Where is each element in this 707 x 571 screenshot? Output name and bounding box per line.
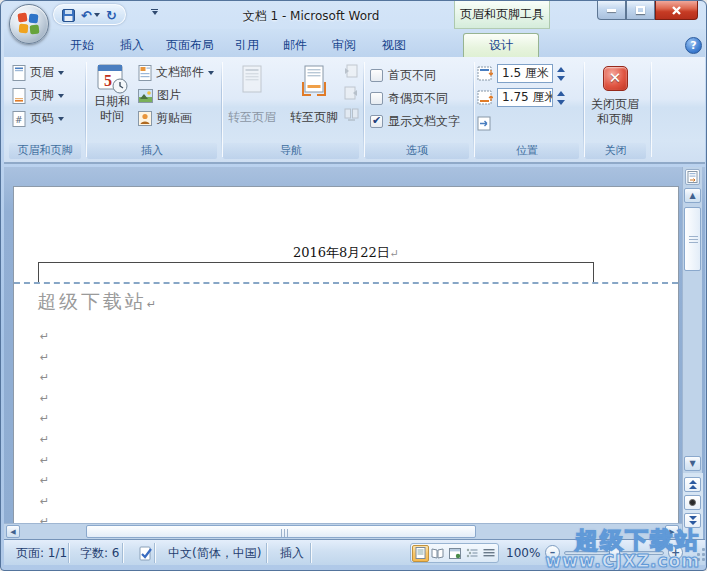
- save-icon[interactable]: [62, 9, 75, 22]
- group-header-footer: 页眉 页脚 # 页码 页眉和页脚: [6, 58, 84, 161]
- zoom-slider-handle[interactable]: [609, 545, 620, 562]
- minimize-button[interactable]: [597, 1, 626, 20]
- checkbox-icon[interactable]: [370, 115, 383, 128]
- clip-art-button[interactable]: 剪贴画: [136, 109, 194, 128]
- header-boundary-line: [38, 262, 594, 263]
- header-date-text[interactable]: 2016年8月22日↵: [14, 244, 678, 262]
- ruler-toggle-button[interactable]: [685, 169, 700, 185]
- spin-up-icon[interactable]: [557, 67, 565, 72]
- tab-mailings[interactable]: 邮件: [271, 33, 319, 57]
- tab-home[interactable]: 开始: [57, 33, 107, 57]
- alignment-tab-icon: [477, 116, 492, 131]
- scroll-down-button[interactable]: ▼: [684, 456, 701, 471]
- document-body-title[interactable]: 超级下载站↵: [37, 289, 156, 315]
- vertical-scroll-thumb[interactable]: [684, 207, 701, 271]
- language-indicator[interactable]: 中文(简体，中国): [158, 540, 271, 566]
- tab-insert[interactable]: 插入: [107, 33, 157, 57]
- group-close: ✕ 关闭页眉 和页脚 关闭: [582, 58, 649, 161]
- ruler-toggle-icon: [687, 171, 698, 183]
- group-label: 选项: [365, 143, 469, 159]
- redo-icon[interactable]: ↻: [106, 9, 117, 22]
- horizontal-scrollbar[interactable]: ◀ ▶: [4, 523, 682, 539]
- go-to-header-button[interactable]: 转至页眉: [222, 64, 282, 125]
- zoom-out-button[interactable]: –: [545, 545, 560, 560]
- paragraph-mark: ↵: [40, 492, 49, 513]
- show-document-text-option[interactable]: 显示文档文字: [370, 113, 460, 130]
- fullscreen-reading-view-button[interactable]: [429, 545, 446, 562]
- select-browse-object-button[interactable]: [684, 495, 701, 510]
- scroll-right-button[interactable]: ▶: [665, 525, 679, 538]
- empty-paragraphs[interactable]: ↵↵↵↵↵↵↵↵↵↵: [40, 327, 49, 533]
- previous-page-button[interactable]: [684, 477, 701, 492]
- word-count[interactable]: 字数: 6: [70, 540, 130, 566]
- zoom-level[interactable]: 100%: [506, 540, 540, 566]
- page-number-button[interactable]: # 页码: [10, 109, 66, 128]
- spin-down-icon[interactable]: [557, 100, 565, 105]
- page-number-icon: #: [12, 111, 26, 127]
- document-page[interactable]: 2016年8月22日↵ 超级下载站↵ ↵↵↵↵↵↵↵↵↵↵: [13, 186, 679, 524]
- page-indicator[interactable]: 页面: 1/1: [6, 540, 77, 566]
- different-odd-even-option[interactable]: 奇偶页不同: [370, 90, 448, 107]
- previous-section-button[interactable]: [344, 64, 359, 78]
- customize-qat-button[interactable]: [151, 9, 158, 15]
- tab-references[interactable]: 引用: [223, 33, 271, 57]
- scroll-up-button[interactable]: ▲: [684, 188, 701, 203]
- spin-up-icon[interactable]: [557, 91, 565, 96]
- vertical-scrollbar[interactable]: ▲ ▼: [682, 167, 702, 539]
- office-button[interactable]: [9, 4, 49, 44]
- link-to-previous-button[interactable]: [344, 108, 359, 121]
- document-viewport: 2016年8月22日↵ 超级下载站↵ ↵↵↵↵↵↵↵↵↵↵ ▲ ▼: [4, 167, 705, 539]
- paragraph-mark: ↵: [390, 247, 399, 260]
- paragraph-mark: ↵: [40, 368, 49, 389]
- print-layout-icon: [415, 547, 426, 559]
- next-page-button[interactable]: [684, 513, 701, 528]
- tab-review[interactable]: 审阅: [319, 33, 369, 57]
- different-first-page-option[interactable]: 首页不同: [370, 67, 436, 84]
- paragraph-mark: ↵: [40, 451, 49, 472]
- office-logo-icon: [18, 13, 40, 35]
- insert-alignment-tab-button[interactable]: [477, 116, 492, 131]
- paragraph-mark: ↵: [40, 471, 49, 492]
- outline-view-button[interactable]: [463, 545, 480, 562]
- close-button[interactable]: [655, 1, 698, 20]
- tab-view[interactable]: 视图: [369, 33, 419, 57]
- svg-text:5: 5: [104, 72, 112, 89]
- restore-button[interactable]: [626, 1, 655, 20]
- date-time-button[interactable]: 5 日期和 时间: [90, 62, 134, 124]
- footer-icon: [12, 88, 26, 104]
- tab-design-selected[interactable]: 设计: [463, 33, 539, 57]
- print-layout-view-button[interactable]: [412, 545, 429, 562]
- go-to-footer-button[interactable]: 转至页脚: [284, 64, 344, 125]
- quick-parts-icon: [138, 65, 152, 81]
- scroll-left-button[interactable]: ◀: [6, 525, 20, 538]
- window-controls: [597, 1, 698, 20]
- footer-button[interactable]: 页脚: [10, 86, 66, 105]
- horizontal-scroll-thumb[interactable]: [86, 525, 476, 538]
- web-layout-view-button[interactable]: [446, 545, 463, 562]
- zoom-in-button[interactable]: +: [668, 545, 683, 560]
- resize-grip[interactable]: [692, 548, 706, 562]
- header-button[interactable]: 页眉: [10, 63, 66, 82]
- checkbox-icon[interactable]: [370, 69, 383, 82]
- quick-parts-button[interactable]: 文档部件: [136, 63, 216, 82]
- next-section-button[interactable]: [344, 86, 359, 100]
- outline-icon: [466, 548, 478, 558]
- close-header-footer-button[interactable]: ✕ 关闭页眉 和页脚: [585, 66, 645, 127]
- double-up-chevron-icon: [689, 480, 697, 489]
- spin-down-icon[interactable]: [557, 76, 565, 81]
- zoom-slider[interactable]: [564, 551, 664, 555]
- insert-mode-indicator[interactable]: 插入: [270, 540, 314, 566]
- draft-view-button[interactable]: [480, 545, 497, 562]
- header-from-top-input[interactable]: [497, 64, 553, 83]
- undo-button[interactable]: ↶: [81, 9, 100, 22]
- paragraph-mark: ↵: [40, 389, 49, 410]
- tab-page-layout[interactable]: 页面布局: [157, 33, 223, 57]
- proofing-check-icon: [138, 546, 154, 561]
- picture-button[interactable]: 图片: [136, 86, 183, 105]
- checkbox-icon[interactable]: [370, 92, 383, 105]
- ribbon: 页眉 页脚 # 页码 页眉和页脚 5: [4, 57, 705, 164]
- footer-from-bottom-input[interactable]: [497, 88, 553, 107]
- group-label: 导航: [223, 143, 359, 159]
- date-time-icon: 5: [96, 62, 128, 94]
- help-icon[interactable]: ?: [685, 37, 702, 54]
